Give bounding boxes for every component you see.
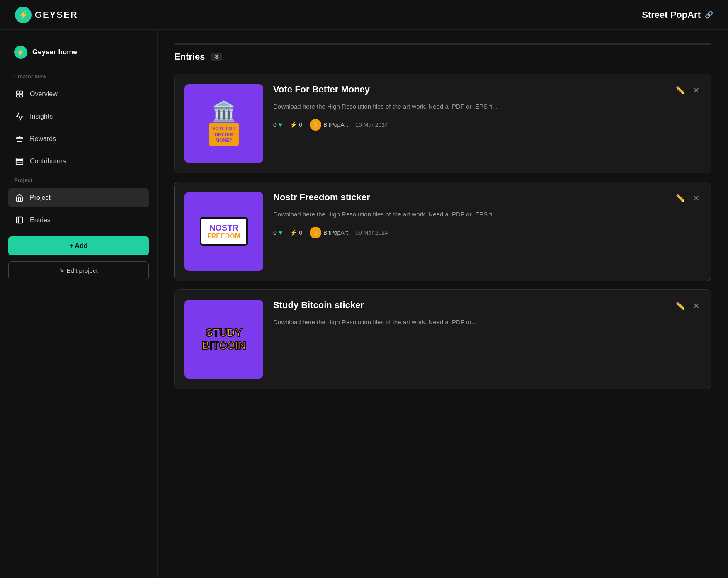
add-button[interactable]: + Add [8,236,149,255]
entry-likes-2: 0 ♥ [273,229,282,236]
edit-project-button[interactable]: ✎ Edit project [8,261,149,280]
study-bitcoin-graphic: STUDYBITCOIN [202,326,246,352]
sidebar-item-rewards-label: Rewards [30,135,56,143]
entry-card-2: NOSTR FREEDOM Nostr Freedom sticker ✏️ ✕… [174,182,711,281]
entry-sats-2: ⚡ 0 [290,229,302,236]
sidebar-item-entries-label: Entries [30,216,51,224]
entry-actions-1: ✏️ ✕ [674,84,701,97]
entry-sats-1: ⚡ 0 [290,121,302,128]
entry-desc-1: Download here the High Resolution files … [273,102,701,112]
overview-icon [15,90,24,99]
sats-count-1: 0 [299,121,302,128]
delete-entry-1-button[interactable]: ✕ [692,84,701,97]
sats-icon-1: ⚡ [290,121,297,128]
entry-avatar-2: ₿ [310,227,321,238]
sidebar-item-insights[interactable]: Insights [8,107,149,126]
creator-section-label: Creator view [8,72,149,81]
entry-body-3: Study Bitcoin sticker ✏️ ✕ Download here… [273,300,701,335]
sidebar-home-item[interactable]: ⚡ Geyser home [8,41,149,63]
svg-rect-0 [17,91,19,94]
entry-desc-3: Download here the High Resolution files … [273,317,701,327]
entry-actions-3: ✏️ ✕ [674,300,701,312]
entry-title-1: Vote For Better Money [273,84,370,95]
entry-card-1: 🏛️ VOTE FORBETTERMONEY Vote For Better M… [174,74,711,173]
entry-author-area-1: ₿ BitPopArt [310,119,348,131]
entry-meta-2: 0 ♥ ⚡ 0 ₿ BitPopArt 09 Mar 2024 [273,227,701,238]
top-bar [174,43,711,45]
svg-rect-3 [20,95,23,97]
project-title: Street PopArt [642,10,701,20]
entry-desc-2: Download here the High Resolution files … [273,209,701,219]
insights-icon [15,112,24,121]
entry-author-2: BitPopArt [323,229,348,236]
sidebar-item-overview[interactable]: Overview [8,85,149,104]
sidebar-home-label: Geyser home [32,48,77,56]
svg-rect-7 [16,163,23,164]
project-icon [15,193,24,202]
sidebar-item-insights-label: Insights [30,113,53,120]
entries-count-badge: 8 [211,53,223,61]
project-title-area: Street PopArt 🔗 [642,10,713,20]
geyser-home-icon: ⚡ [14,46,27,59]
content-area: Entries 8 🏛️ VOTE FORBETTERMONEY Vote Fo… [158,30,728,578]
entry-title-row-1: Vote For Better Money ✏️ ✕ [273,84,701,97]
sidebar-item-project[interactable]: Project [8,188,149,207]
entries-title: Entries [174,51,205,62]
svg-rect-1 [20,91,23,94]
entry-meta-1: 0 ♥ ⚡ 0 ₿ BitPopArt 10 Mar 2024 [273,119,701,131]
project-section-label: Project [8,176,149,185]
entry-title-row-2: Nostr Freedom sticker ✏️ ✕ [273,192,701,204]
delete-entry-2-button[interactable]: ✕ [692,192,701,204]
entry-thumb-2: NOSTR FREEDOM [184,192,263,271]
sats-count-2: 0 [299,229,302,236]
entry-author-area-2: ₿ BitPopArt [310,227,348,238]
like-count-1: 0 [273,121,277,128]
delete-entry-3-button[interactable]: ✕ [692,300,701,312]
entry-body-1: Vote For Better Money ✏️ ✕ Download here… [273,84,701,131]
entries-header: Entries 8 [174,51,711,62]
entry-author-1: BitPopArt [323,121,348,128]
vote-for-better-money-graphic: VOTE FORBETTERMONEY [209,123,239,146]
entry-actions-2: ✏️ ✕ [674,192,701,204]
bitcoin-building-icon: 🏛️ [209,102,239,121]
edit-entry-1-button[interactable]: ✏️ [674,84,687,97]
entry-date-1: 10 Mar 2024 [355,121,388,128]
entries-icon [15,216,24,225]
topnav: ⚡ GEYSER Street PopArt 🔗 [0,0,728,30]
svg-rect-6 [16,160,23,162]
entry-avatar-1: ₿ [310,119,321,131]
entry-thumb-3: STUDYBITCOIN [184,300,263,379]
sidebar-item-project-label: Project [30,194,51,202]
logo-text: GEYSER [35,10,78,20]
entry-body-2: Nostr Freedom sticker ✏️ ✕ Download here… [273,192,701,238]
entry-title-3: Study Bitcoin sticker [273,300,364,311]
heart-icon-2: ♥ [279,229,283,236]
svg-rect-9 [17,217,23,223]
entry-likes-1: 0 ♥ [273,121,282,129]
contributors-icon [15,157,24,166]
sidebar-item-rewards[interactable]: Rewards [8,129,149,148]
svg-rect-2 [17,95,19,97]
nostr-freedom-graphic: NOSTR FREEDOM [200,217,248,246]
sidebar-item-entries[interactable]: Entries [8,211,149,230]
main-layout: ⚡ Geyser home Creator view Overview Insi… [0,30,728,578]
edit-entry-3-button[interactable]: ✏️ [674,300,687,312]
link-icon[interactable]: 🔗 [705,11,713,19]
sidebar-item-overview-label: Overview [30,90,58,98]
heart-icon-1: ♥ [279,121,283,129]
entry-date-2: 09 Mar 2024 [355,229,388,236]
sidebar-item-contributors-label: Contributors [30,158,66,165]
rewards-icon [15,134,24,143]
edit-entry-2-button[interactable]: ✏️ [674,192,687,204]
entry-title-2: Nostr Freedom sticker [273,192,370,203]
sidebar: ⚡ Geyser home Creator view Overview Insi… [0,30,158,578]
svg-rect-5 [16,158,23,160]
like-count-2: 0 [273,229,277,236]
logo[interactable]: ⚡ GEYSER [15,7,78,23]
entry-title-row-3: Study Bitcoin sticker ✏️ ✕ [273,300,701,312]
sidebar-item-contributors[interactable]: Contributors [8,152,149,171]
sats-icon-2: ⚡ [290,229,297,236]
geyser-logo-icon: ⚡ [15,7,32,23]
svg-rect-4 [17,138,23,139]
entry-thumb-1: 🏛️ VOTE FORBETTERMONEY [184,84,263,163]
